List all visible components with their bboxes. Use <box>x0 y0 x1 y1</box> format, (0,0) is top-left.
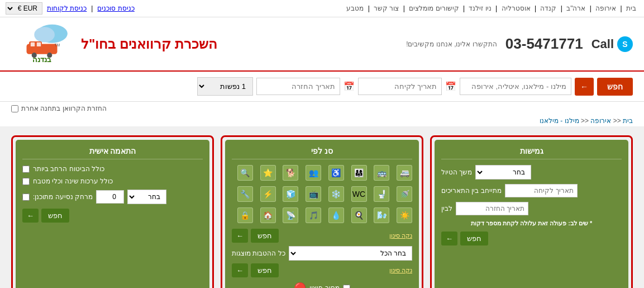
insurance-option-row: כולל הביטוח הרחב ביותר <box>22 165 203 173</box>
middle-arrow-btn1[interactable]: ← <box>232 229 248 243</box>
left-panel-title: גמישות <box>441 147 622 159</box>
right-panel: התאמה אישית כולל הביטוח הרחב ביותר כולל … <box>16 140 209 288</box>
water-icon[interactable]: 💧 <box>328 207 344 223</box>
music-icon[interactable]: 🎵 <box>306 207 321 223</box>
nav-link-home[interactable]: בית <box>626 4 636 12</box>
distance-checkbox[interactable] <box>22 193 30 201</box>
contact-us-text: התקשרו אלינו, אנחנו מקשיבים! <box>406 40 497 48</box>
currency-select[interactable]: EUR € USD $ GBP £ <box>6 2 42 15</box>
passengers-select[interactable]: 1 נפשות 2 נפשות 3 נפשות 4 נפשות <box>197 77 253 96</box>
left-panel-arrow-btn[interactable]: ← <box>441 232 457 245</box>
date-range-label-field: מתייחב בין התאריכים <box>441 184 622 197</box>
pet-icon[interactable]: 🐕 <box>283 165 298 181</box>
breadcrumb-home[interactable]: בית <box>623 117 633 125</box>
header-right: השכרת קרוואנים בחו"ל בנדנה TM <box>11 23 217 65</box>
price-label: מחיר פיצון <box>309 284 339 288</box>
return-calendar-icon: 📅 <box>344 81 355 92</box>
date-range-return[interactable] <box>456 202 528 215</box>
search-zoom-icon[interactable]: 🔍 <box>237 165 253 181</box>
fridge-icon[interactable]: 🧊 <box>283 186 298 202</box>
nav-link-currency[interactable]: מטבע <box>346 4 364 12</box>
tv-icon[interactable]: 📺 <box>306 186 321 202</box>
icons-grid-row1: 🚐 🚌 👨‍👩‍👧 ♿ 👥 🐕 ⭐ 🔍 <box>232 165 412 181</box>
fan-icon[interactable]: 🌬️ <box>374 207 389 223</box>
star-icon[interactable]: ⭐ <box>260 165 276 181</box>
bedding-checkbox[interactable] <box>22 178 30 185</box>
ac-icon[interactable]: ❄️ <box>328 186 344 202</box>
svg-rect-5 <box>37 43 41 46</box>
insurance-checkbox[interactable] <box>22 166 30 173</box>
trip-duration-field: בחר 3 ימים 5 ימים 7 ימים 10 ימים משך הטי… <box>441 165 622 180</box>
distance-row: בחר ק"מ מייל מרחק נסיעה מתוכנן: <box>22 190 203 204</box>
logo: בנדנה TM <box>11 23 73 65</box>
search-button[interactable]: חפש <box>597 78 633 96</box>
trip-duration-select[interactable]: בחר 3 ימים 5 ימים 7 ימים 10 ימים <box>475 165 531 180</box>
home-icon[interactable]: 🏠 <box>260 207 276 223</box>
nav-link-australia[interactable]: אוסטרליה <box>502 4 531 12</box>
nav-link-agents[interactable]: כניסת סוכנים <box>97 4 134 12</box>
middle-search-btn-row1: חפש ← <box>232 229 279 243</box>
right-panel-search-btn[interactable]: חפש <box>41 209 69 223</box>
nav-link-customers[interactable]: כניסת לקוחות <box>47 4 87 12</box>
return-elsewhere-checkbox[interactable] <box>11 105 18 112</box>
top-nav-right-links: כניסת סוכנים | כניסת לקוחות EUR € USD $ … <box>6 2 135 15</box>
icons-grid-row3: ☀️ 🌬️ 🍳 💧 🎵 📡 🏠 🔒 <box>232 207 412 223</box>
left-panel-note: * שים לב: פעולה זאת עלולה לקחת מספר דקות <box>441 220 622 227</box>
left-panel-search-btn[interactable]: חפש <box>460 232 488 245</box>
accessible-icon[interactable]: ♿ <box>328 165 344 181</box>
search-arrow-button[interactable]: ← <box>575 78 594 96</box>
date-range-pickup[interactable] <box>505 184 578 197</box>
all-features-label: כל ההטבות מוצגות <box>232 249 285 257</box>
family-icon[interactable]: 👨‍👩‍👧 <box>351 165 367 181</box>
nav-link-usa[interactable]: ארה"ב <box>566 4 585 12</box>
distance-input[interactable] <box>96 190 124 204</box>
breadcrumb-milan[interactable]: מילנו - מילאנו <box>540 117 579 125</box>
site-title: השכרת קרוואנים בחו"ל <box>81 36 217 52</box>
distance-unit-select[interactable]: בחר ק"מ מייל <box>127 190 166 204</box>
left-panel-outline: גמישות בחר 3 ימים 5 ימים 7 ימים 10 ימים … <box>430 135 633 288</box>
clear-filter-link1[interactable]: נקה סינון <box>389 232 412 239</box>
middle-search-btn-row2: חפש ← <box>232 263 279 277</box>
nav-link-contact[interactable]: צור קשר <box>374 4 399 12</box>
bedding-label: כולל ערכות שינה וכלי מטבח <box>33 177 113 185</box>
skype-icon: S <box>617 36 633 52</box>
kitchen-icon[interactable]: 🍳 <box>351 207 367 223</box>
return-date-input[interactable] <box>256 78 340 95</box>
all-features-select[interactable]: בחר הכל כל ההטבות מוצגות <box>289 246 412 261</box>
breadcrumb-europe[interactable]: אירופה <box>590 117 611 125</box>
nav-link-europe[interactable]: אירופה <box>595 4 616 12</box>
price-checkbox[interactable] <box>343 285 350 289</box>
shower-icon[interactable]: 🚿 <box>397 186 412 202</box>
price-row: מחיר פיצון 🔴 <box>232 282 412 288</box>
nav-link-recommended[interactable]: קישורים מומלצים <box>409 4 459 12</box>
electric-icon[interactable]: ⚡ <box>260 186 276 202</box>
return-elsewhere-label[interactable]: החזרת הקרוואן בתחנה אחרת <box>11 105 633 112</box>
toilet-icon[interactable]: 🚽 <box>374 186 389 202</box>
wc-icon[interactable]: WC <box>351 186 367 202</box>
group-icon[interactable]: 👥 <box>306 165 321 181</box>
tools-icon[interactable]: 🔧 <box>237 186 253 202</box>
nav-link-newzealand[interactable]: ניו זילנד <box>469 4 491 12</box>
car-icon[interactable]: 🚐 <box>397 165 412 181</box>
destination-input[interactable] <box>460 78 571 95</box>
nav-link-canada[interactable]: קנדה <box>540 4 556 12</box>
clear-filter-link2[interactable]: נקה סינון <box>389 267 412 274</box>
date-range-end-field: לבין <box>441 202 622 215</box>
all-features-row: בחר הכל כל ההטבות מוצגות כל ההטבות מוצגו… <box>232 246 412 261</box>
skype-call[interactable]: S Call <box>591 36 633 52</box>
trip-duration-label: משך הטיול <box>441 168 472 176</box>
bedding-option-row: כולל ערכות שינה וכלי מטבח <box>22 177 203 185</box>
right-panel-arrow-btn[interactable]: ← <box>22 209 39 223</box>
pickup-date-input[interactable] <box>358 78 442 95</box>
solar-icon[interactable]: ☀️ <box>397 207 412 223</box>
middle-panel: סנ לפי 🚐 🚌 👨‍👩‍👧 ♿ 👥 🐕 ⭐ 🔍 🚿 🚽 WC <box>225 140 419 288</box>
middle-search-btn2[interactable]: חפש <box>251 263 279 277</box>
satellite-icon[interactable]: 📡 <box>283 207 298 223</box>
middle-search-btn1[interactable]: חפש <box>251 229 279 243</box>
date-range-end-label: לבין <box>441 205 452 213</box>
svg-text:TM: TM <box>55 43 60 47</box>
bus-icon[interactable]: 🚌 <box>374 165 389 181</box>
middle-panel-outline: סנ לפי 🚐 🚌 👨‍👩‍👧 ♿ 👥 🐕 ⭐ 🔍 🚿 🚽 WC <box>221 135 423 288</box>
lock-icon[interactable]: 🔒 <box>237 207 253 223</box>
middle-arrow-btn2[interactable]: ← <box>232 263 248 277</box>
